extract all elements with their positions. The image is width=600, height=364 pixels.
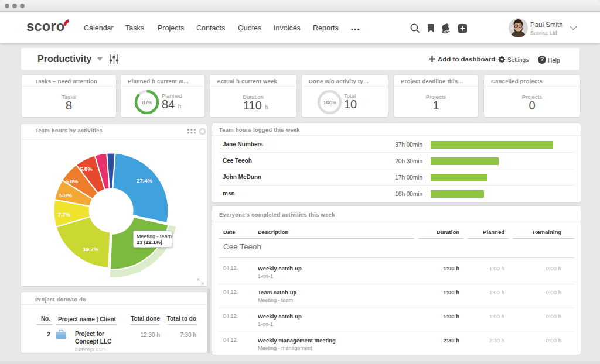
svg-text:5.8%: 5.8% — [80, 166, 93, 172]
svg-text:19.7%: 19.7% — [83, 246, 99, 252]
svg-text:100%: 100% — [323, 99, 336, 105]
svg-text:5.8%: 5.8% — [66, 178, 79, 184]
svg-text:27.4%: 27.4% — [137, 177, 152, 184]
svg-text:?: ? — [540, 56, 544, 63]
svg-text:5.8%: 5.8% — [59, 192, 72, 198]
svg-text:7.7%: 7.7% — [58, 211, 71, 218]
svg-text:87%: 87% — [142, 99, 152, 105]
